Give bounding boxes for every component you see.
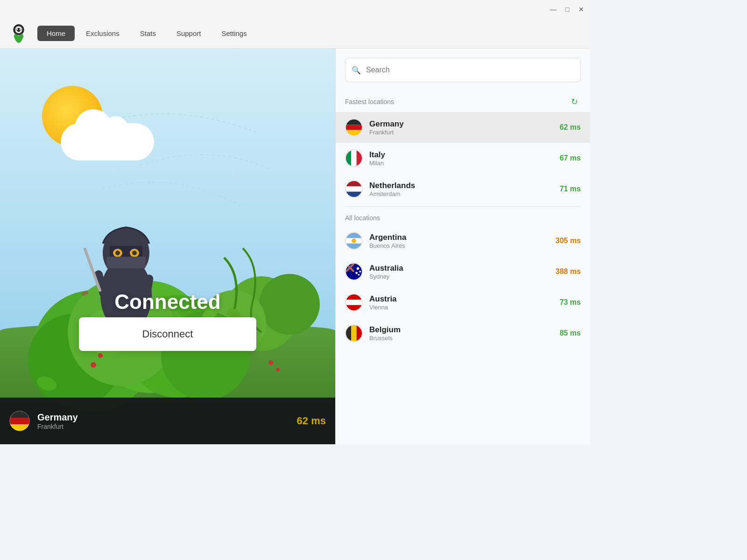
- all-locations-title: All locations: [345, 214, 380, 222]
- svg-rect-42: [10, 411, 29, 418]
- connection-status: Connected: [114, 290, 220, 314]
- germany-flag: [345, 119, 363, 136]
- location-item-netherlands[interactable]: Netherlands Amsterdam 71 ms: [336, 174, 590, 204]
- germany-latency: 62 ms: [560, 123, 581, 132]
- locations-list: Fastest locations ↻ Germany Frankfur: [336, 86, 590, 444]
- nav-support[interactable]: Support: [167, 26, 211, 41]
- svg-rect-81: [346, 300, 362, 305]
- italy-country: Italy: [369, 150, 553, 160]
- svg-point-8: [259, 274, 320, 335]
- argentina-info: Argentina Buenos Aires: [369, 233, 549, 249]
- austria-info: Austria Vienna: [369, 294, 553, 311]
- svg-point-20: [91, 362, 96, 368]
- svg-rect-36: [81, 290, 89, 296]
- svg-rect-80: [346, 294, 362, 300]
- nav-settings[interactable]: Settings: [212, 26, 256, 41]
- location-item-germany-fast[interactable]: Germany Frankfurt 62 ms: [336, 112, 590, 143]
- search-input[interactable]: [345, 58, 581, 82]
- status-city: Frankfurt: [37, 423, 289, 430]
- argentina-city: Buenos Aires: [369, 242, 549, 249]
- italy-city: Milan: [369, 160, 553, 167]
- minimize-button[interactable]: —: [550, 6, 557, 13]
- australia-city: Sydney: [369, 273, 549, 280]
- main-content: Connected Disconnect Germany Frank: [0, 49, 590, 444]
- nav-home[interactable]: Home: [37, 26, 75, 41]
- svg-point-75: [355, 272, 358, 274]
- svg-point-74: [357, 267, 359, 270]
- svg-rect-54: [357, 150, 362, 166]
- search-bar: 🔍: [345, 58, 581, 82]
- belgium-flag: [345, 324, 363, 342]
- svg-rect-59: [346, 192, 362, 197]
- svg-rect-35: [83, 247, 102, 292]
- location-item-belgium[interactable]: Belgium Brussels 85 ms: [336, 318, 590, 349]
- search-icon: 🔍: [352, 66, 361, 75]
- svg-point-5: [16, 28, 18, 30]
- netherlands-info: Netherlands Amsterdam: [369, 181, 553, 197]
- location-item-australia[interactable]: Australia Sydney 388 ms: [336, 256, 590, 287]
- navbar: Home Exclusions Stats Support Settings: [0, 19, 590, 49]
- belgium-latency: 85 ms: [560, 329, 581, 337]
- titlebar: — □ ✕: [0, 0, 590, 19]
- netherlands-city: Amsterdam: [369, 190, 553, 197]
- right-panel: 🔍 Fastest locations ↻: [335, 49, 590, 444]
- svg-rect-53: [351, 150, 356, 166]
- disconnect-button[interactable]: Disconnect: [79, 317, 256, 351]
- svg-point-6: [20, 28, 21, 30]
- left-panel: Connected Disconnect Germany Frank: [0, 49, 335, 444]
- svg-rect-86: [351, 325, 356, 341]
- svg-rect-62: [346, 233, 362, 238]
- close-button[interactable]: ✕: [578, 6, 585, 13]
- section-divider: [345, 206, 581, 207]
- svg-point-23: [276, 368, 280, 371]
- netherlands-latency: 71 ms: [560, 185, 581, 193]
- cloud-illustration: [61, 123, 154, 161]
- fastest-locations-title: Fastest locations: [345, 98, 394, 105]
- austria-city: Vienna: [369, 304, 553, 311]
- netherlands-country: Netherlands: [369, 181, 553, 190]
- australia-info: Australia Sydney: [369, 264, 549, 280]
- svg-point-76: [358, 274, 360, 276]
- location-item-argentina[interactable]: Argentina Buenos Aires 305 ms: [336, 225, 590, 256]
- italy-latency: 67 ms: [560, 154, 581, 162]
- nav-exclusions[interactable]: Exclusions: [77, 26, 129, 41]
- australia-latency: 388 ms: [556, 267, 581, 276]
- netherlands-flag: [345, 180, 363, 198]
- svg-rect-57: [346, 181, 362, 186]
- app-logo: [7, 22, 30, 45]
- status-info: Germany Frankfurt: [37, 412, 289, 430]
- maximize-button[interactable]: □: [564, 6, 571, 13]
- location-item-italy[interactable]: Italy Milan 67 ms: [336, 143, 590, 174]
- svg-rect-87: [357, 325, 362, 341]
- svg-rect-64: [346, 244, 362, 249]
- svg-rect-82: [346, 305, 362, 310]
- status-bar: Germany Frankfurt 62 ms: [0, 398, 335, 444]
- svg-point-32: [132, 251, 137, 255]
- svg-rect-58: [346, 186, 362, 191]
- svg-rect-43: [10, 418, 29, 424]
- svg-rect-44: [10, 424, 29, 431]
- refresh-button[interactable]: ↻: [568, 95, 581, 108]
- location-item-austria[interactable]: Austria Vienna 73 ms: [336, 287, 590, 318]
- status-flag: [9, 411, 30, 431]
- argentina-latency: 305 ms: [556, 237, 581, 245]
- fastest-locations-header: Fastest locations ↻: [336, 90, 590, 112]
- nav-stats[interactable]: Stats: [131, 26, 165, 41]
- belgium-country: Belgium: [369, 325, 553, 335]
- svg-rect-48: [346, 125, 362, 130]
- svg-rect-85: [346, 325, 351, 341]
- italy-flag: [345, 149, 363, 167]
- svg-point-21: [98, 353, 103, 358]
- svg-point-65: [352, 238, 356, 243]
- svg-point-77: [359, 271, 361, 273]
- svg-point-31: [115, 251, 120, 255]
- australia-flag: [345, 263, 363, 280]
- svg-rect-52: [346, 150, 351, 166]
- all-locations-header: All locations: [336, 209, 590, 225]
- austria-country: Austria: [369, 294, 553, 304]
- svg-rect-49: [346, 130, 362, 135]
- germany-city: Frankfurt: [369, 129, 553, 136]
- svg-rect-47: [346, 119, 362, 125]
- argentina-flag: [345, 232, 363, 250]
- status-country: Germany: [37, 412, 289, 423]
